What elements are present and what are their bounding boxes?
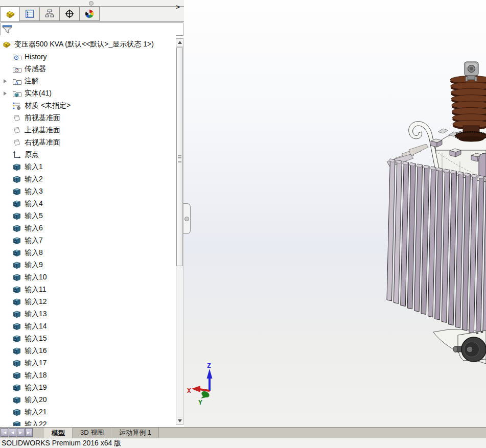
triad-y-label: Y	[198, 398, 202, 406]
tree-item-solid-bodies[interactable]: 实体(41)	[0, 87, 52, 100]
tree-item-plane-right[interactable]: 右视基准面	[0, 136, 60, 149]
tree-item-input-4[interactable]: 输入4	[0, 198, 43, 210]
sheet-tab-运动算例-1[interactable]: 运动算例 1	[111, 428, 159, 438]
prev-sheet-button[interactable]: ◀	[9, 428, 16, 437]
displaymanager-icon	[84, 9, 95, 19]
featuremanager-icon	[5, 9, 15, 19]
propertymanager-icon	[25, 9, 35, 19]
tab-propertymanager[interactable]	[20, 7, 40, 21]
imported-body-icon	[12, 371, 21, 380]
tree-item-input-1[interactable]: 输入1	[0, 161, 43, 173]
tree-item-input-18[interactable]: 输入18	[0, 369, 47, 382]
tree-item-input-9[interactable]: 输入9	[0, 259, 43, 271]
tree-item-plane-front[interactable]: 前视基准面	[0, 112, 60, 124]
annotation-folder-icon: A	[12, 77, 21, 86]
imported-body-icon	[12, 211, 21, 221]
imported-body-icon	[12, 297, 21, 306]
tree-item-input-14[interactable]: 输入14	[0, 320, 47, 333]
tree-item-label: 实体(41)	[25, 89, 52, 98]
feature-tree: 变压器500 KVA (默认<<默认>_显示状态 1>) History 传感器…	[0, 35, 176, 426]
tree-item-input-22[interactable]: 输入22	[0, 418, 47, 426]
scroll-up-button[interactable]	[176, 39, 183, 46]
dimxpertmanager-icon	[64, 9, 75, 19]
sheet-tab-bar: |◀◀▶▶| 模型3D 视图运动算例 1	[0, 427, 486, 438]
tab-featuremanager[interactable]	[0, 7, 20, 21]
tree-item-history[interactable]: History	[0, 51, 47, 63]
tree-item-label: 输入11	[25, 285, 47, 294]
origin-icon	[12, 150, 21, 159]
tree-item-input-13[interactable]: 输入13	[0, 308, 47, 320]
graphics-viewport[interactable]: Z X Y	[184, 0, 486, 427]
history-folder-icon	[12, 52, 21, 61]
imported-body-icon	[12, 175, 21, 184]
tree-item-root[interactable]: 变压器500 KVA (默认<<默认>_显示状态 1>)	[0, 38, 154, 51]
imported-body-icon	[12, 334, 21, 343]
imported-body-icon	[12, 236, 21, 245]
last-sheet-button[interactable]: ▶|	[25, 428, 33, 437]
imported-body-icon	[12, 224, 21, 233]
tree-item-annotations[interactable]: A注解	[0, 75, 39, 87]
tree-item-input-8[interactable]: 输入8	[0, 247, 43, 259]
orientation-triad: Z X Y	[187, 362, 213, 406]
tree-item-input-2[interactable]: 输入2	[0, 173, 43, 185]
expand-arrow-icon[interactable]	[4, 91, 7, 96]
tree-item-label: 输入22	[25, 420, 47, 426]
tree-item-input-7[interactable]: 输入7	[0, 234, 43, 247]
tree-item-input-16[interactable]: 输入16	[0, 345, 47, 357]
tree-item-sensors[interactable]: 传感器	[0, 63, 46, 75]
tree-item-input-21[interactable]: 输入21	[0, 406, 47, 418]
tree-item-input-5[interactable]: 输入5	[0, 210, 43, 222]
tree-item-input-15[interactable]: 输入15	[0, 333, 47, 345]
sensors-folder-icon	[12, 64, 21, 74]
tree-item-input-6[interactable]: 输入6	[0, 222, 43, 234]
tree-item-label: 前视基准面	[25, 113, 60, 123]
tree-item-label: 输入2	[25, 175, 43, 184]
solidworks-window: > 变压器500 KVA (默认<<默认>_显示状态 1>) History 传…	[0, 0, 486, 448]
imported-body-icon	[12, 359, 21, 368]
imported-body-icon	[12, 322, 21, 331]
imported-body-icon	[12, 248, 21, 257]
plane-icon	[12, 113, 21, 123]
model-radiator-fins	[387, 159, 486, 339]
next-sheet-button[interactable]: ▶	[17, 428, 25, 437]
solid-bodies-folder-icon	[12, 89, 21, 98]
splitter-grip-dot	[89, 1, 94, 6]
tree-item-label: 变压器500 KVA (默认<<默认>_显示状态 1>)	[14, 40, 154, 49]
tree-item-input-3[interactable]: 输入3	[0, 185, 43, 198]
tree-item-label: History	[25, 53, 47, 61]
tree-item-material[interactable]: 材质 <未指定>	[0, 100, 71, 112]
tree-scrollbar[interactable]	[176, 38, 183, 425]
tree-item-label: 输入6	[25, 224, 43, 233]
tree-filter-box[interactable]	[1, 22, 183, 36]
tree-item-input-12[interactable]: 输入12	[0, 296, 47, 308]
panel-top-splitter[interactable]	[0, 0, 184, 7]
tree-item-input-10[interactable]: 输入10	[0, 271, 47, 284]
tree-item-input-17[interactable]: 输入17	[0, 357, 47, 369]
plane-icon	[12, 126, 21, 135]
model-right-dome	[479, 153, 486, 176]
first-sheet-button[interactable]: |◀	[1, 428, 8, 437]
pane-splitter-handle[interactable]	[183, 203, 191, 234]
tree-item-input-11[interactable]: 输入11	[0, 284, 47, 296]
scroll-down-button[interactable]	[176, 417, 183, 425]
tree-item-label: 材质 <未指定>	[25, 101, 71, 110]
expand-arrow-icon[interactable]	[4, 79, 7, 83]
imported-body-icon	[12, 199, 21, 208]
tree-item-label: 输入21	[25, 408, 47, 417]
tree-item-label: 输入4	[25, 199, 43, 208]
tab-displaymanager[interactable]	[80, 7, 100, 21]
scrollbar-thumb[interactable]	[176, 48, 183, 266]
tree-item-input-19[interactable]: 输入19	[0, 382, 47, 394]
sheet-tab-3D-视图[interactable]: 3D 视图	[73, 428, 111, 438]
imported-body-icon	[12, 187, 21, 196]
filter-funnel-icon	[2, 24, 12, 34]
tree-item-input-20[interactable]: 输入20	[0, 394, 47, 406]
tab-dimxpertmanager[interactable]	[60, 7, 80, 21]
transformer-3d-model: Z X Y	[184, 0, 486, 427]
panel-overflow-chevron[interactable]: >	[174, 2, 182, 12]
sheet-tab-模型[interactable]: 模型	[44, 428, 73, 438]
tree-item-origin[interactable]: 原点	[0, 149, 39, 161]
tree-item-plane-top[interactable]: 上视基准面	[0, 124, 60, 136]
tab-configurationmanager[interactable]	[40, 7, 60, 21]
tree-item-label: 输入14	[25, 322, 47, 331]
